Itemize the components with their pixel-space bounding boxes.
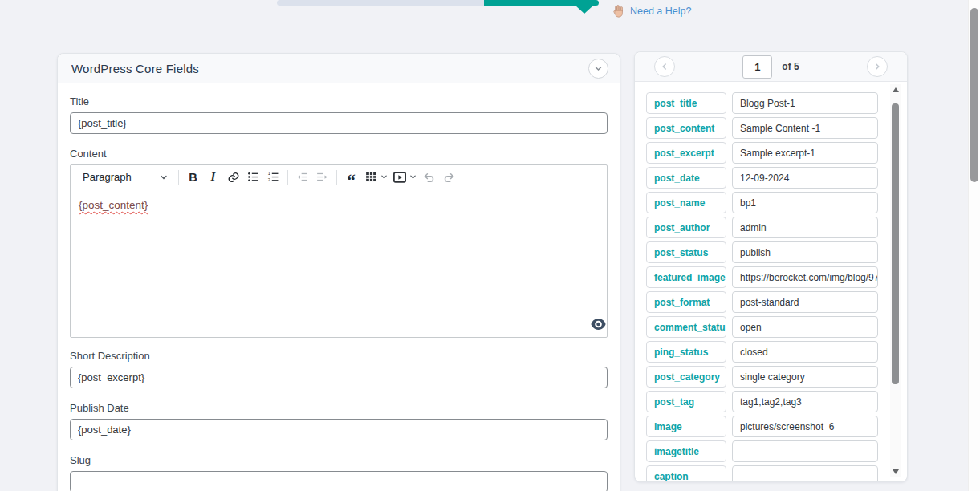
scroll-up-arrow[interactable] [890,84,901,95]
field-value-box: bp1 [732,192,878,213]
editor-toolbar: Paragraph B I 12 [71,165,607,189]
field-name-chip[interactable]: post_title [646,92,726,114]
field-name-chip[interactable]: comment_status [646,316,726,338]
data-preview-header: of 5 [635,52,907,82]
chevron-down-icon [380,173,388,181]
data-preview-panel: of 5 post_titleBlogg Post-1 post_content… [634,51,908,482]
paragraph-format-dropdown[interactable]: Paragraph [75,168,174,187]
field-value-box: Sample Content -1 [732,117,878,139]
field-value-box: single category [732,366,878,388]
panel-title: WordPress Core Fields [71,62,199,75]
field-name-chip[interactable]: post_date [646,167,726,189]
field-value-box: open [732,316,878,338]
indent-button[interactable] [312,168,332,187]
numbered-list-button[interactable]: 12 [263,168,283,187]
hand-icon [612,4,626,18]
core-fields-panel-header: WordPress Core Fields [58,54,620,83]
field-value-box: admin [732,217,878,238]
field-rows: post_titleBlogg Post-1 post_contentSampl… [646,92,878,482]
field-name-chip[interactable]: post_content [646,117,726,139]
field-value-box: closed [732,341,878,363]
field-name-chip[interactable]: post_author [646,217,726,238]
field-value-box: publish [732,241,878,263]
field-row: post_categorysingle category [646,366,878,388]
field-value-box: pictures/screenshot_6 [732,416,878,437]
table-button[interactable] [361,168,390,187]
record-total-label: of 5 [782,61,799,72]
field-row: post_date12-09-2024 [646,167,878,189]
title-label: Title [70,95,608,108]
next-record-button[interactable] [867,56,888,77]
record-number-input[interactable] [742,55,772,79]
field-row: post_formatpost-standard [646,291,878,313]
chevron-down-icon [160,173,168,181]
short-description-label: Short Description [70,350,608,362]
field-name-chip[interactable]: post_format [646,291,726,313]
field-name-chip[interactable]: post_tag [646,391,726,412]
slug-input[interactable] [70,471,608,491]
field-name-chip[interactable]: caption [646,465,726,482]
field-value-box: post-standard [732,291,878,313]
prev-record-button[interactable] [654,56,675,77]
field-name-chip[interactable]: image [646,416,726,437]
field-row: ping_statusclosed [646,341,878,363]
need-help-link[interactable]: Need a Help? [612,4,691,18]
scroll-down-arrow[interactable] [890,466,901,477]
toolbar-divider [336,170,337,185]
page-scrollbar-thumb[interactable] [970,8,978,182]
field-row: imagepictures/screenshot_6 [646,416,878,437]
editor-content-area[interactable]: {post_content} [71,189,607,337]
field-row: post_contentSample Content -1 [646,117,878,139]
chevron-right-icon [873,63,881,71]
italic-button[interactable]: I [203,168,223,187]
field-name-chip[interactable]: post_category [646,366,726,388]
core-fields-panel: WordPress Core Fields Title Content Para… [57,53,620,491]
field-value-box: 12-09-2024 [732,167,878,189]
preview-scrollbar-thumb[interactable] [892,103,899,384]
publish-date-label: Publish Date [70,402,608,414]
field-name-chip[interactable]: post_name [646,192,726,213]
stepper-pointer-triangle [575,6,593,14]
field-row: post_tagtag1,tag2,tag3 [646,391,878,412]
field-row: post_authoradmin [646,217,878,238]
title-input[interactable] [70,112,608,134]
toolbar-divider [287,170,288,185]
paragraph-format-label: Paragraph [83,171,132,183]
publish-date-input[interactable] [70,419,608,440]
short-description-input[interactable] [70,367,608,388]
outdent-button[interactable] [292,168,312,187]
bullet-list-button[interactable] [243,168,263,187]
field-name-chip[interactable]: post_excerpt [646,142,726,164]
content-merge-tag: {post_content} [79,199,148,211]
field-row: post_statuspublish [646,241,878,263]
link-button[interactable] [223,168,243,187]
field-row: post_excerptSample excerpt-1 [646,142,878,164]
field-name-chip[interactable]: imagetitle [646,440,726,462]
field-name-chip[interactable]: post_status [646,241,726,263]
field-row: featured_imagehttps://berocket.com/img/b… [646,266,878,288]
svg-text:1: 1 [268,171,270,176]
page-scrollbar[interactable] [968,0,980,491]
bold-button[interactable]: B [183,168,203,187]
field-name-chip[interactable]: featured_image [646,266,726,288]
field-value-box [732,440,878,462]
preview-scrollbar[interactable] [890,84,901,477]
field-value-box: tag1,tag2,tag3 [732,391,878,412]
content-label: Content [70,148,608,160]
field-value-box [732,465,878,482]
chevron-down-icon [409,173,417,181]
field-name-chip[interactable]: ping_status [646,341,726,363]
toolbar-divider [178,170,179,185]
chevron-left-icon [661,63,669,71]
stepper-progress-track [277,0,484,6]
preview-eye-icon[interactable] [591,319,606,333]
field-row: comment_statusopen [646,316,878,338]
embed-media-button[interactable] [390,168,419,187]
field-row: post_namebp1 [646,192,878,213]
redo-button[interactable] [439,168,459,187]
collapse-panel-button[interactable] [588,59,608,79]
field-row: imagetitle [646,440,878,462]
blockquote-button[interactable]: “ [341,164,361,190]
field-value-box: https://berocket.com/img/blog/97001e [732,266,878,288]
undo-button[interactable] [419,168,439,187]
